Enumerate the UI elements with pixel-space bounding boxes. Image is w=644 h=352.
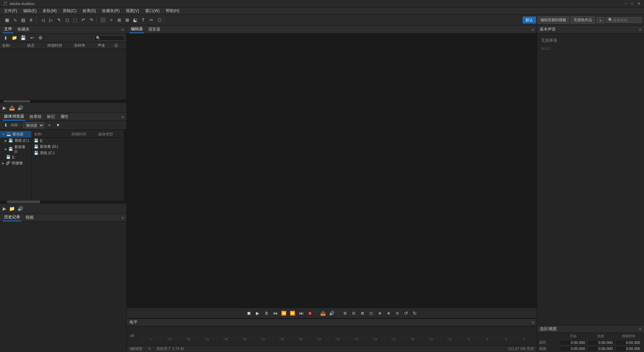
eq-menu-icon[interactable]: ≡ xyxy=(532,320,534,325)
export-transport-button[interactable]: 📤 xyxy=(319,309,327,317)
fast-forward-button[interactable]: ⏩ xyxy=(289,309,296,317)
favorites-tab[interactable]: 收藏夹 xyxy=(16,26,31,33)
sel-view-duration[interactable]: 0:00.000 xyxy=(615,346,642,351)
media-add-button[interactable]: + xyxy=(46,122,53,129)
pause-button[interactable]: ⏸ xyxy=(263,309,270,317)
mixer-tab[interactable]: 混音器 xyxy=(147,26,162,33)
menu-item-c[interactable]: 剪辑(C) xyxy=(60,7,79,14)
menu-item-r[interactable]: 收藏夹(R) xyxy=(99,7,122,14)
menu-item-e[interactable]: 编辑(E) xyxy=(20,7,39,14)
files-settings-button[interactable]: ⚙ xyxy=(37,34,44,42)
zoom-in-time-button[interactable]: ⊞ xyxy=(341,309,348,317)
files-menu-icon[interactable]: ≡ xyxy=(122,28,124,32)
files-save-button[interactable]: 💾 xyxy=(19,34,27,42)
editor-tab[interactable]: 编辑器 xyxy=(129,26,144,33)
list-item-d[interactable]: 💾 新加卷 (D:) xyxy=(32,143,124,150)
pencil-tool-button[interactable]: ✎ xyxy=(55,16,63,24)
tool3-button[interactable]: ⊞ xyxy=(115,16,123,24)
menu-item-m[interactable]: 多轨(M) xyxy=(40,7,59,14)
media-vertical-scrollbar[interactable] xyxy=(124,130,126,201)
eraser-tool-button[interactable]: ◻ xyxy=(63,16,71,24)
workspace-default-button[interactable]: 默认 xyxy=(523,16,536,24)
redo-button[interactable]: ↷ xyxy=(88,16,95,24)
files-search-input[interactable] xyxy=(94,35,124,41)
zoom-in-amp-button[interactable]: ⊕ xyxy=(376,309,383,317)
media-menu-icon[interactable]: ≡ xyxy=(122,115,124,119)
history-menu-icon[interactable]: ≡ xyxy=(122,216,124,220)
menu-item-h[interactable]: 帮助(H) xyxy=(163,7,182,14)
sel-view-end[interactable]: 0:00.000 xyxy=(587,346,614,351)
menu-item-f[interactable]: 文件(F) xyxy=(1,7,20,14)
basic-sound-menu-icon[interactable]: ≡ xyxy=(639,27,641,32)
workspace-radio-button[interactable]: 无线电作品 xyxy=(571,16,595,24)
waveform-view-button[interactable]: ▦ xyxy=(3,16,11,24)
markers-tab[interactable]: 标记 xyxy=(46,113,56,120)
spectral-view-button[interactable]: ∿ xyxy=(11,16,19,24)
menu-item-s[interactable]: 效果(S) xyxy=(80,7,99,14)
workspace-more-button[interactable]: » xyxy=(596,17,604,23)
play-button[interactable]: ▶ xyxy=(3,105,6,111)
scroll-right-button[interactable]: ↻ xyxy=(411,309,418,317)
sel-range-start[interactable]: 0:00.000 xyxy=(560,340,587,345)
media-browser-tab[interactable]: 媒体浏览器 xyxy=(3,113,25,121)
zoom-fit-button[interactable]: ⊘ xyxy=(393,309,401,317)
multitrack2-button[interactable]: 多 xyxy=(28,16,35,24)
scroll-left-button[interactable]: ↺ xyxy=(402,309,410,317)
tree-item-shortcuts[interactable]: ▶ 🔗 快捷键 xyxy=(0,160,32,166)
record-button[interactable]: ⏺ xyxy=(306,309,314,317)
export-button[interactable]: 📤 xyxy=(9,105,15,111)
tool5-button[interactable]: ⬕ xyxy=(131,16,139,24)
files-undo-button[interactable]: ↩ xyxy=(28,34,36,42)
properties-tab[interactable]: 属性 xyxy=(59,113,70,120)
tool4-button[interactable]: ⊠ xyxy=(123,16,131,24)
hex-tool-button[interactable]: ⬡ xyxy=(156,16,163,24)
selection-menu-icon[interactable]: ≡ xyxy=(639,327,641,332)
search-input[interactable] xyxy=(613,18,640,22)
select-tool-button[interactable]: ▷ xyxy=(47,16,55,24)
tree-item-i[interactable]: ▶ 💾 新加卷 (I: xyxy=(0,144,32,154)
zoom-selection-button[interactable]: ◫ xyxy=(367,309,375,317)
volume-button[interactable]: 🔊 xyxy=(17,105,23,111)
zoom-out-amp-button[interactable]: ⊗ xyxy=(385,309,392,317)
video-tab[interactable]: 视频 xyxy=(24,214,35,221)
minimize-button[interactable]: ─ xyxy=(623,1,628,6)
editor-menu-icon[interactable]: ≡ xyxy=(532,28,534,32)
sel-range-end[interactable]: 0:00.000 xyxy=(587,340,614,345)
tool1-button[interactable]: ⬛ xyxy=(99,16,107,24)
files-h-scrollbar[interactable] xyxy=(0,100,126,102)
files-folder-button[interactable]: 📁 xyxy=(11,34,18,42)
volume-transport-button[interactable]: 🔊 xyxy=(328,309,335,317)
go-end-button[interactable]: ⏭ xyxy=(298,309,305,317)
effects-group-tab[interactable]: 效果组 xyxy=(28,113,43,120)
content-dropdown[interactable]: 驱动器 xyxy=(23,122,44,128)
cut-tool-button[interactable]: ✂ xyxy=(148,16,155,24)
maximize-button[interactable]: □ xyxy=(630,1,635,6)
media-filter-button[interactable]: ▼ xyxy=(54,122,62,129)
media-volume-button[interactable]: 🔊 xyxy=(17,206,23,211)
media-folder-button[interactable]: 📁 xyxy=(9,206,15,211)
media-play-button[interactable]: ▶ xyxy=(3,206,6,211)
go-start-button[interactable]: ⏮ xyxy=(271,309,279,317)
zoom-tool-button[interactable]: ⬚ xyxy=(71,16,79,24)
list-item-e[interactable]: 💾 E: xyxy=(32,138,124,143)
undo-button[interactable]: ↶ xyxy=(79,16,87,24)
tree-item-drives[interactable]: ▼ 💻 驱动器 xyxy=(0,131,32,137)
media-h-scrollbar[interactable] xyxy=(0,201,126,203)
text-tool-button[interactable]: T xyxy=(140,16,147,24)
zoom-full-button[interactable]: ⊠ xyxy=(359,309,366,317)
tree-item-e[interactable]: 💾 E: xyxy=(0,154,32,160)
play-transport-button[interactable]: ▶ xyxy=(254,309,261,317)
sel-range-duration[interactable]: 0:00.000 xyxy=(615,340,642,345)
close-button[interactable]: ✕ xyxy=(637,1,641,6)
stop-button[interactable]: ⏹ xyxy=(245,309,253,317)
menu-item-v[interactable]: 视图(V) xyxy=(123,7,142,14)
list-item-c[interactable]: 💾 系统 (C:) xyxy=(32,150,124,156)
media-download-button[interactable]: ⬇ xyxy=(2,122,9,129)
zoom-out-time-button[interactable]: ⊟ xyxy=(350,309,357,317)
history-tab[interactable]: 历史记录 xyxy=(3,214,21,221)
tree-item-c[interactable]: ▶ 💾 系统 (C:) xyxy=(0,137,32,144)
menu-item-w[interactable]: 窗口(W) xyxy=(143,7,162,14)
tool2-button[interactable]: ⌗ xyxy=(107,16,115,24)
files-tab[interactable]: 文件 xyxy=(3,26,13,33)
rewind-button[interactable]: ⏪ xyxy=(280,309,287,317)
